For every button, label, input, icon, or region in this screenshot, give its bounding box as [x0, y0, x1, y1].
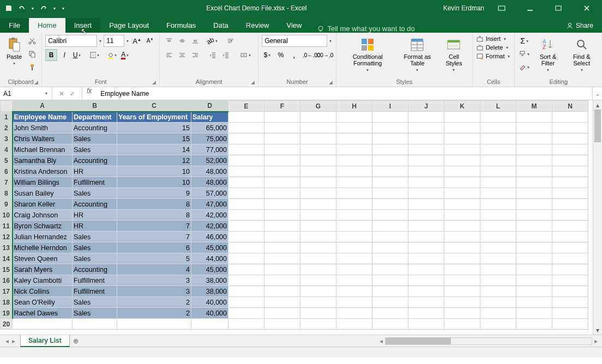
cell[interactable] [336, 199, 372, 210]
row-header[interactable]: 19 [1, 308, 13, 319]
cell[interactable] [300, 297, 336, 308]
cell[interactable]: 15 [117, 123, 191, 134]
cell[interactable]: Nick Collins [13, 286, 73, 297]
cell[interactable]: Accounting [73, 155, 117, 166]
cell[interactable]: Accounting [73, 123, 117, 134]
cell[interactable] [480, 177, 516, 188]
cell[interactable] [516, 297, 552, 308]
cell[interactable]: 38,000 [191, 275, 228, 286]
cell[interactable] [336, 210, 372, 221]
cell[interactable] [552, 177, 588, 188]
cell[interactable] [372, 155, 408, 166]
fx-icon[interactable]: fx [82, 87, 96, 100]
cell[interactable] [516, 155, 552, 166]
cell[interactable] [372, 232, 408, 242]
cell[interactable] [372, 210, 408, 221]
cell[interactable] [444, 177, 480, 188]
cell[interactable]: Michelle Herndon [13, 242, 73, 253]
cell[interactable] [480, 155, 516, 166]
row-header[interactable]: 17 [1, 286, 13, 297]
cell[interactable] [228, 210, 264, 221]
sort-filter-button[interactable]: AZ Sort & Filter▾ [532, 35, 563, 75]
cell[interactable] [372, 221, 408, 232]
cell[interactable] [228, 221, 264, 232]
column-header[interactable]: D [191, 101, 228, 112]
cell[interactable] [372, 188, 408, 199]
cell[interactable] [300, 188, 336, 199]
increase-font-button[interactable]: A▲ [131, 35, 143, 47]
cell[interactable]: Fulfillment [73, 177, 117, 188]
cell[interactable] [336, 134, 372, 144]
cell[interactable]: Accounting [73, 199, 117, 210]
cell[interactable] [264, 319, 300, 330]
row-header[interactable]: 6 [1, 166, 13, 177]
tab-file[interactable]: File [0, 18, 29, 33]
cell[interactable] [336, 275, 372, 286]
new-sheet-button[interactable]: ⊕ [70, 337, 82, 345]
cell[interactable]: Julian Hernandez [13, 232, 73, 242]
cell[interactable] [300, 199, 336, 210]
cell[interactable] [300, 242, 336, 253]
clear-button[interactable]: ▾ [518, 61, 531, 73]
cell[interactable] [480, 264, 516, 275]
cell[interactable] [264, 253, 300, 264]
decrease-font-button[interactable]: A▼ [144, 35, 156, 47]
cell[interactable] [264, 308, 300, 319]
cell[interactable]: 42,000 [191, 221, 228, 232]
cell[interactable]: HR [73, 210, 117, 221]
cell[interactable] [552, 144, 588, 155]
font-name-dropdown-icon[interactable]: ▾ [98, 39, 103, 44]
cell[interactable] [480, 297, 516, 308]
row-header[interactable]: 9 [1, 199, 13, 210]
cell[interactable] [444, 297, 480, 308]
cell[interactable] [516, 264, 552, 275]
cell[interactable]: 46,000 [191, 232, 228, 242]
font-color-button[interactable]: A▾ [119, 49, 131, 61]
tab-review[interactable]: Review [237, 18, 278, 33]
row-header[interactable]: 15 [1, 264, 13, 275]
cell[interactable] [264, 297, 300, 308]
cell[interactable] [264, 112, 300, 123]
row-header[interactable]: 14 [1, 253, 13, 264]
column-header[interactable]: C [117, 101, 191, 112]
tab-view[interactable]: View [278, 18, 310, 33]
align-center-button[interactable] [176, 49, 188, 61]
cut-button[interactable] [26, 35, 38, 47]
cell[interactable] [372, 319, 408, 330]
vertical-scrollbar[interactable]: ▴ ▾ [593, 100, 602, 335]
cell[interactable] [408, 155, 444, 166]
cell[interactable] [228, 319, 264, 330]
row-header[interactable]: 3 [1, 134, 13, 144]
cell[interactable] [480, 199, 516, 210]
cell[interactable] [552, 123, 588, 134]
cancel-icon[interactable]: ✕ [59, 90, 64, 98]
autosum-button[interactable]: Σ▾ [518, 35, 531, 47]
cell[interactable] [516, 221, 552, 232]
undo-icon[interactable] [17, 4, 26, 13]
column-header[interactable]: F [264, 101, 300, 112]
cell[interactable] [552, 199, 588, 210]
cell[interactable]: Sarah Myers [13, 264, 73, 275]
cell[interactable] [516, 275, 552, 286]
cell[interactable] [228, 264, 264, 275]
cell[interactable] [516, 177, 552, 188]
cell[interactable] [408, 242, 444, 253]
cell[interactable]: John Smith [13, 123, 73, 134]
cell[interactable] [264, 221, 300, 232]
ribbon-display-icon[interactable] [491, 0, 513, 16]
cell[interactable]: Kaley Ciambotti [13, 275, 73, 286]
decrease-decimal-button[interactable]: .00→.0 [318, 49, 330, 61]
cell[interactable] [552, 319, 588, 330]
cell[interactable] [444, 319, 480, 330]
cell[interactable]: Sharon Keller [13, 199, 73, 210]
cell[interactable] [444, 242, 480, 253]
cell[interactable]: 48,000 [191, 177, 228, 188]
cell[interactable] [552, 221, 588, 232]
cell[interactable] [264, 155, 300, 166]
save-icon[interactable] [4, 4, 13, 13]
column-header[interactable]: M [516, 101, 552, 112]
format-as-table-button[interactable]: Format as Table▾ [396, 35, 438, 75]
cell[interactable] [408, 112, 444, 123]
cell[interactable] [480, 232, 516, 242]
cell[interactable]: 5 [117, 253, 191, 264]
